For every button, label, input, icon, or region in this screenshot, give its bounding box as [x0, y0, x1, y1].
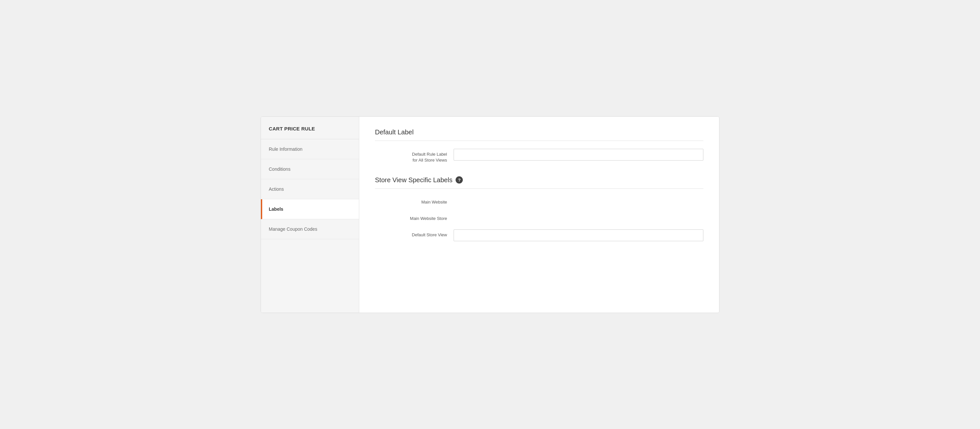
sidebar-item-rule-information[interactable]: Rule Information	[261, 139, 359, 159]
sidebar: CART PRICE RULE Rule Information Conditi…	[261, 117, 359, 313]
default-rule-label-row: Default Rule Labelfor All Store Views	[375, 149, 703, 163]
default-label-title: Default Label	[375, 129, 703, 141]
main-website-label: Main Website	[375, 197, 447, 205]
main-website-row: Main Website	[375, 197, 703, 205]
sidebar-link-conditions[interactable]: Conditions	[261, 159, 359, 179]
sidebar-link-manage-coupon-codes[interactable]: Manage Coupon Codes	[261, 219, 359, 239]
help-icon[interactable]: ?	[456, 176, 463, 184]
default-store-view-row: Default Store View	[375, 229, 703, 241]
default-rule-label-control	[453, 149, 703, 160]
default-store-view-label: Default Store View	[375, 229, 447, 238]
default-label-section: Default Label Default Rule Labelfor All …	[375, 129, 703, 163]
main-website-store-row: Main Website Store	[375, 213, 703, 222]
default-store-view-control	[453, 229, 703, 241]
content-area: Default Label Default Rule Labelfor All …	[359, 117, 719, 313]
sidebar-item-manage-coupon-codes[interactable]: Manage Coupon Codes	[261, 219, 359, 239]
default-rule-label-input[interactable]	[453, 149, 703, 160]
default-store-view-input[interactable]	[453, 229, 703, 241]
sidebar-link-actions[interactable]: Actions	[261, 179, 359, 199]
sidebar-title: CART PRICE RULE	[269, 126, 315, 132]
sidebar-link-rule-information[interactable]: Rule Information	[261, 139, 359, 159]
sidebar-link-labels[interactable]: Labels	[262, 199, 359, 219]
store-view-section: Store View Specific Labels ? Main Websit…	[375, 176, 703, 241]
sidebar-title-block: CART PRICE RULE	[261, 117, 359, 139]
sidebar-item-actions[interactable]: Actions	[261, 179, 359, 199]
store-view-title: Store View Specific Labels	[375, 176, 452, 184]
main-card: CART PRICE RULE Rule Information Conditi…	[261, 116, 719, 313]
sidebar-item-labels[interactable]: Labels	[261, 199, 359, 219]
store-view-title-row: Store View Specific Labels ?	[375, 176, 703, 189]
sidebar-item-conditions[interactable]: Conditions	[261, 159, 359, 179]
main-website-store-label: Main Website Store	[375, 213, 447, 222]
default-rule-label-label: Default Rule Labelfor All Store Views	[375, 149, 447, 163]
sidebar-nav: Rule Information Conditions Actions Labe…	[261, 139, 359, 239]
